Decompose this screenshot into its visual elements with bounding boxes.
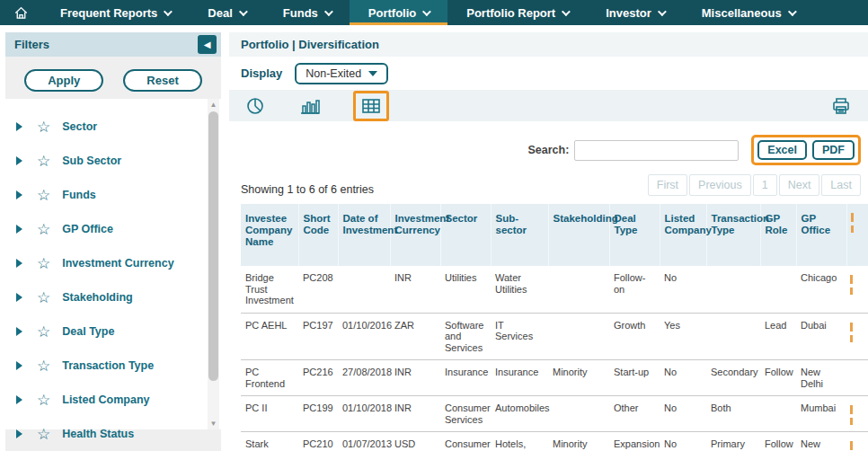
nav-item-home[interactable] (0, 0, 41, 25)
expand-arrow-icon[interactable] (16, 190, 22, 199)
nav-item-investor[interactable]: Investor (587, 0, 683, 25)
page-button-last[interactable]: Last (821, 174, 861, 196)
star-icon[interactable]: ☆ (37, 393, 50, 408)
filters-panel: Filters ◀ Apply Reset ☆ Sector ☆ Sub Sec… (5, 32, 221, 451)
star-icon[interactable]: ☆ (37, 324, 50, 340)
filter-group-sub-sector[interactable]: ☆ Sub Sector (16, 144, 221, 178)
main-content: Portfolio | Diversification Display Non-… (229, 32, 868, 451)
column-header-stakeholding[interactable]: Stakeholding (548, 204, 609, 266)
page-button-1[interactable]: 1 (753, 174, 777, 196)
expand-arrow-icon[interactable] (16, 225, 22, 234)
nav-item-deal[interactable]: Deal (189, 0, 263, 25)
display-dropdown-value: Non-Exited (306, 67, 361, 80)
nav-item-frequent-reports[interactable]: Frequent Reports (41, 0, 189, 25)
nav-item-miscellaneous[interactable]: Miscellaneous (683, 0, 813, 25)
filter-group-label: Stakeholding (62, 291, 132, 304)
star-icon[interactable]: ☆ (37, 154, 50, 169)
filter-group-gp-office[interactable]: ☆ GP Office (16, 212, 221, 246)
expand-arrow-icon[interactable] (16, 156, 22, 165)
filter-group-sector[interactable]: ☆ Sector (16, 110, 221, 144)
filters-title: Filters (14, 38, 49, 51)
filter-group-transaction-type[interactable]: ☆ Transaction Type (16, 349, 221, 383)
star-icon[interactable]: ☆ (37, 290, 50, 305)
nav-item-funds[interactable]: Funds (264, 0, 350, 25)
table-cell: Both (706, 396, 760, 432)
expand-arrow-icon[interactable] (16, 122, 22, 131)
chevron-down-icon (658, 7, 667, 16)
expand-arrow-icon[interactable] (16, 429, 22, 438)
home-icon (13, 5, 29, 21)
column-header-investee-company-name[interactable]: Investee Company Name (241, 204, 298, 266)
filter-group-stakeholding[interactable]: ☆ Stakeholding (16, 280, 221, 314)
table-cell: Lead (760, 313, 796, 360)
column-header-investment-currency[interactable]: Investment Currency (390, 204, 440, 266)
table-cell: Automobiles (491, 396, 548, 432)
excel-export-button[interactable]: Excel (757, 140, 807, 160)
table-cell: Follow (760, 432, 796, 451)
breadcrumb-bar: Portfolio | Diversification (229, 32, 868, 57)
apply-button[interactable]: Apply (24, 69, 103, 92)
column-header-transaction-type[interactable]: Transaction Type (706, 204, 760, 266)
filter-group-funds[interactable]: ☆ Funds (16, 178, 221, 212)
scroll-up-icon[interactable]: ▲ (208, 99, 219, 111)
table-cell: Secondary (706, 360, 760, 396)
display-dropdown[interactable]: Non-Exited (295, 63, 388, 84)
table-cell: Insurance (440, 360, 491, 396)
expand-arrow-icon[interactable] (16, 259, 22, 268)
pdf-export-button[interactable]: PDF (812, 140, 855, 160)
filter-actions: Apply Reset (5, 62, 221, 99)
filter-group-investment-currency[interactable]: ☆ Investment Currency (16, 246, 221, 280)
expand-arrow-icon[interactable] (16, 395, 22, 404)
filter-group-deal-type[interactable]: ☆ Deal Type (16, 314, 221, 349)
chevron-down-icon (164, 7, 173, 16)
star-icon[interactable]: ☆ (37, 188, 50, 203)
pie-chart-icon[interactable] (244, 94, 267, 118)
column-header-gp-office[interactable]: GP Office (796, 204, 846, 266)
chevron-down-icon (422, 7, 431, 16)
page-button-first[interactable]: First (648, 174, 687, 196)
column-header-short-code[interactable]: Short Code (298, 204, 338, 266)
top-nav: Frequent Reports Deal Funds Portfolio Po… (0, 0, 868, 25)
star-icon[interactable]: ☆ (37, 119, 50, 135)
column-header-gp-role[interactable]: GP Role (760, 204, 796, 266)
column-header-date-of-investment[interactable]: Date of Investment (338, 204, 390, 266)
page-button-previous[interactable]: Previous (689, 174, 751, 196)
column-header-sector[interactable]: Sector (440, 204, 491, 266)
clipped-cell (846, 360, 868, 396)
nav-item-portfolio-report[interactable]: Portfolio Report (447, 0, 587, 25)
table-cell: Other (609, 396, 660, 432)
table-cell: Yes (660, 313, 706, 360)
star-icon[interactable]: ☆ (37, 427, 50, 442)
nav-item-portfolio[interactable]: Portfolio (350, 0, 447, 25)
filters-scrollbar[interactable]: ▲ ▼ (208, 99, 219, 429)
table-cell: PC210 (298, 432, 338, 451)
table-cell: PC208 (298, 266, 338, 313)
page-button-next[interactable]: Next (779, 174, 820, 196)
filters-header: Filters ◀ (5, 32, 221, 57)
table-cell: No (660, 432, 706, 451)
print-icon[interactable] (828, 94, 854, 118)
column-header-deal-type[interactable]: Deal Type (609, 204, 660, 266)
filter-group-listed-company[interactable]: ☆ Listed Company (16, 383, 221, 417)
column-header-sub-sector[interactable]: Sub-sector (491, 204, 548, 266)
column-header-listed-company[interactable]: Listed Company (660, 204, 706, 266)
filter-group-health-status[interactable]: ☆ Health Status (16, 417, 221, 451)
expand-arrow-icon[interactable] (16, 293, 22, 302)
table-cell: Primary (706, 432, 760, 451)
bar-chart-icon[interactable] (297, 94, 323, 118)
star-icon[interactable]: ☆ (37, 358, 50, 374)
scroll-down-icon[interactable]: ▼ (208, 418, 219, 429)
search-input[interactable] (574, 140, 739, 161)
table-cell: Mumbai (796, 396, 846, 432)
star-icon[interactable]: ☆ (37, 256, 50, 271)
reset-button[interactable]: Reset (123, 69, 201, 92)
clipped-cell (846, 313, 868, 360)
display-label: Display (241, 66, 282, 80)
expand-arrow-icon[interactable] (16, 327, 22, 336)
table-icon[interactable] (359, 95, 383, 117)
expand-arrow-icon[interactable] (16, 361, 22, 370)
scrollbar-thumb[interactable] (208, 111, 218, 381)
collapse-filters-button[interactable]: ◀ (198, 35, 217, 54)
clipped-column-header (846, 204, 868, 266)
star-icon[interactable]: ☆ (37, 222, 50, 237)
